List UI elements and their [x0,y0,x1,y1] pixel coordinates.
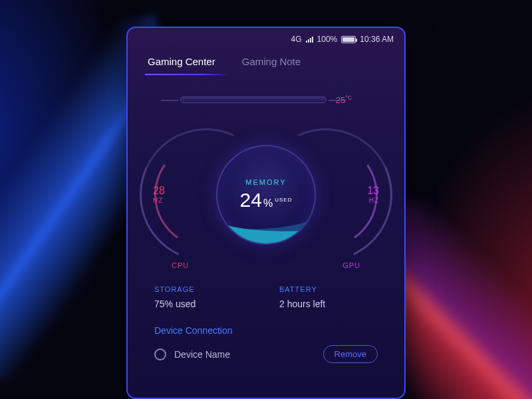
battery-icon [341,36,356,43]
gauge: 28 HZ 13 HZ CPU GPU MEMORY 24% USED [153,122,379,275]
device-connection-title: Device Connection [128,309,404,336]
gpu-label: GPU [342,261,360,269]
battery-stat[interactable]: BATTERY 2 hours left [279,285,378,309]
tab-bar: Gaming Center Gaming Note [128,48,404,75]
memory-label: MEMORY [245,178,286,186]
memory-dial[interactable]: MEMORY 24% USED [216,145,316,245]
phone-frame: 4G 100% 10:36 AM Gaming Center Gaming No… [126,27,406,399]
cpu-label: CPU [172,261,189,269]
remove-button[interactable]: Remove [323,345,378,363]
device-name: Device Name [174,349,315,360]
tab-gaming-note[interactable]: Gaming Note [242,56,301,75]
network-icon: 4G [291,35,302,44]
temperature-track [180,96,327,103]
tab-gaming-center[interactable]: Gaming Center [148,56,215,75]
battery-percent: 100% [317,35,338,44]
device-icon [154,348,166,360]
storage-stat[interactable]: STORAGE 75% used [154,285,253,309]
clock: 10:36 AM [360,35,394,44]
memory-value: 24% USED [240,189,293,211]
storage-value: 75% used [154,299,253,309]
cpu-value: 28 HZ [153,185,165,204]
gpu-value: 13 HZ [367,185,379,204]
device-row: Device Name Remove [128,336,404,363]
battery-value: 2 hours left [279,299,378,309]
status-bar: 4G 100% 10:36 AM [128,28,404,48]
signal-icon [306,36,313,43]
battery-label: BATTERY [279,285,378,293]
temperature-bar: 25°C [154,90,378,110]
storage-label: STORAGE [154,285,253,293]
stats-row: STORAGE 75% used BATTERY 2 hours left [128,275,404,309]
